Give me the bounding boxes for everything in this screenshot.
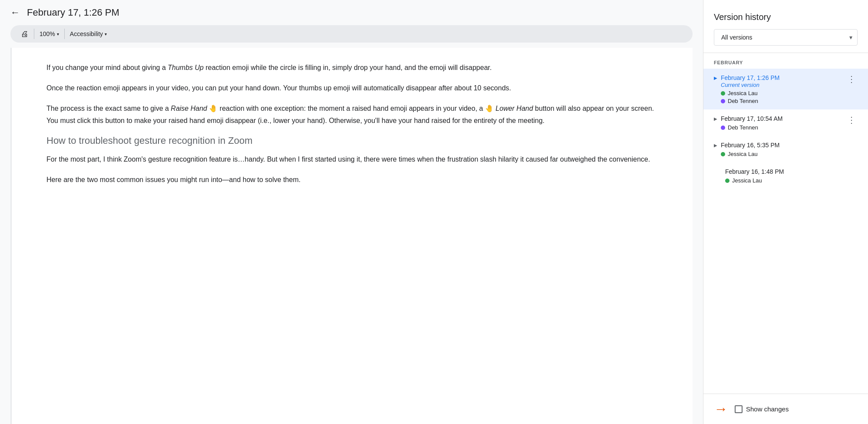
version-list: FEBRUARY ▶ February 17, 1:26 PM Current …	[703, 53, 868, 394]
version-current-label: Current version	[721, 82, 842, 88]
paragraph-4: For the most part, I think Zoom's gestur…	[46, 153, 658, 165]
print-button[interactable]: 🖨	[21, 30, 29, 39]
version-chevron-icon-3: ▶	[714, 143, 717, 148]
version-item-3[interactable]: ▶ February 16, 5:35 PM Jessica Lau	[703, 136, 868, 162]
version-user-deb-1: Deb Tennen	[721, 98, 842, 104]
version-history-sidebar: Version history All versions Named versi…	[703, 0, 868, 424]
version-user-jessica-3: Jessica Lau	[721, 151, 858, 157]
version-more-button-1[interactable]: ⋮	[845, 74, 858, 84]
versions-dropdown-wrapper[interactable]: All versions Named versions ▾	[714, 29, 858, 46]
sidebar-footer: → Show changes	[703, 394, 868, 424]
version-users-1: Jessica Lau Deb Tennen	[721, 90, 842, 104]
show-changes-text: Show changes	[746, 405, 789, 413]
document-area: If you change your mind about giving a T…	[10, 48, 693, 424]
version-date-3: February 16, 5:35 PM	[721, 142, 779, 149]
user-dot-deb-1	[721, 99, 725, 103]
version-info-4: February 16, 1:48 PM Jessica Lau	[725, 168, 858, 184]
version-more-button-2[interactable]: ⋮	[845, 115, 858, 125]
zoom-label: 100%	[40, 30, 55, 37]
version-user-jessica-1: Jessica Lau	[721, 90, 842, 96]
user-name-jessica-4: Jessica Lau	[732, 177, 762, 184]
accessibility-button[interactable]: Accessibility ▾	[70, 30, 107, 37]
version-user-deb-2: Deb Tennen	[721, 124, 842, 131]
sidebar-header: Version history All versions Named versi…	[703, 0, 868, 53]
paragraph-1: If you change your mind about giving a T…	[46, 62, 658, 73]
arrow-right-icon: →	[714, 401, 728, 417]
user-name-deb-1: Deb Tennen	[728, 98, 758, 104]
zoom-button[interactable]: 100% ▾	[40, 30, 59, 37]
user-name-jessica-3: Jessica Lau	[728, 151, 758, 157]
top-bar: ← February 17, 1:26 PM	[0, 0, 703, 25]
show-changes-checkbox[interactable]	[735, 405, 743, 413]
user-name-deb-2: Deb Tennen	[728, 124, 758, 131]
section-heading: How to troubleshoot gesture recognition …	[46, 135, 658, 146]
paragraph-3: The process is the exact same to give a …	[46, 103, 658, 126]
sidebar-title: Version history	[714, 12, 858, 22]
toolbar-divider-2	[64, 29, 65, 39]
version-date-1: February 17, 1:26 PM	[721, 74, 779, 81]
versions-dropdown[interactable]: All versions Named versions	[714, 29, 858, 46]
user-dot-deb-2	[721, 126, 725, 130]
user-dot-jessica-4	[725, 179, 729, 183]
back-button[interactable]: ←	[10, 7, 20, 18]
version-chevron-icon-2: ▶	[714, 116, 717, 121]
accessibility-label: Accessibility	[70, 30, 103, 37]
version-info-3: February 16, 5:35 PM Jessica Lau	[721, 141, 858, 157]
version-info-2: February 17, 10:54 AM Deb Tennen	[721, 115, 842, 131]
version-date-4: February 16, 1:48 PM	[725, 168, 784, 175]
paragraph-2: Once the reaction emoji appears in your …	[46, 82, 658, 94]
toolbar: 🖨 100% ▾ Accessibility ▾	[10, 25, 693, 43]
show-changes-label[interactable]: Show changes	[735, 405, 789, 413]
user-dot-jessica-1	[721, 91, 725, 96]
month-label: FEBRUARY	[703, 53, 868, 69]
toolbar-divider	[34, 29, 34, 39]
version-item-1[interactable]: ▶ February 17, 1:26 PM Current version J…	[703, 69, 868, 109]
user-dot-jessica-3	[721, 152, 725, 156]
version-item-4[interactable]: February 16, 1:48 PM Jessica Lau	[703, 162, 868, 189]
version-date-2: February 17, 10:54 AM	[721, 115, 782, 122]
zoom-chevron-icon: ▾	[57, 32, 59, 36]
version-users-3: Jessica Lau	[721, 151, 858, 157]
version-info-1: February 17, 1:26 PM Current version Jes…	[721, 74, 842, 104]
version-users-4: Jessica Lau	[725, 177, 858, 184]
paragraph-5: Here are the two most common issues you …	[46, 174, 658, 186]
version-user-jessica-4: Jessica Lau	[725, 177, 858, 184]
version-users-2: Deb Tennen	[721, 124, 842, 131]
user-name-jessica-1: Jessica Lau	[728, 90, 758, 96]
doc-title: February 17, 1:26 PM	[27, 7, 119, 18]
version-chevron-icon-1: ▶	[714, 76, 717, 80]
version-item-2[interactable]: ▶ February 17, 10:54 AM Deb Tennen ⋮	[703, 109, 868, 136]
accessibility-chevron-icon: ▾	[105, 32, 107, 36]
